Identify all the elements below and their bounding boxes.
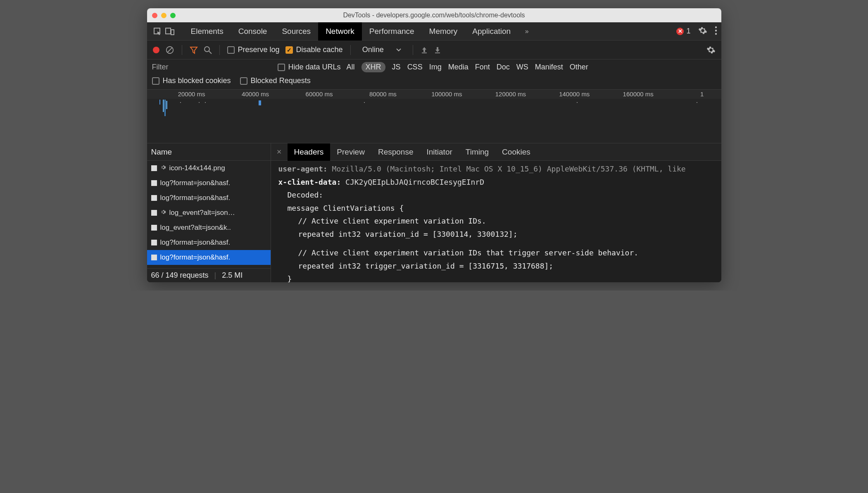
request-label: log?format=json&hasf. — [160, 194, 231, 202]
inspect-icon[interactable] — [151, 27, 164, 36]
network-toolbar: Preserve log Disable cache Online — [147, 40, 721, 60]
titlebar: DevTools - developers.google.com/web/too… — [147, 8, 721, 22]
download-icon[interactable] — [434, 46, 441, 54]
tab-memory[interactable]: Memory — [422, 22, 465, 40]
window-title: DevTools - developers.google.com/web/too… — [147, 12, 721, 19]
request-row[interactable]: log_event?alt=json… — [147, 205, 271, 220]
file-icon — [151, 225, 157, 231]
type-filter-ws[interactable]: WS — [516, 63, 528, 71]
tab-application[interactable]: Application — [465, 22, 518, 40]
timeline-tick: 100000 ms — [431, 91, 462, 98]
devtools-window: DevTools - developers.google.com/web/too… — [147, 8, 721, 282]
timeline-tick: 40000 ms — [242, 91, 269, 98]
svg-point-3 — [715, 26, 716, 28]
timeline-overview[interactable]: 20000 ms40000 ms60000 ms80000 ms100000 m… — [147, 90, 721, 143]
type-filter-doc[interactable]: Doc — [497, 63, 510, 71]
tab-performance[interactable]: Performance — [362, 22, 422, 40]
record-button[interactable] — [153, 47, 159, 53]
type-filter-js[interactable]: JS — [392, 63, 401, 71]
file-icon — [151, 240, 157, 245]
timeline-tick: 20000 ms — [178, 91, 205, 98]
request-row[interactable]: icon-144x144.png — [147, 161, 271, 176]
svg-rect-11 — [435, 52, 440, 53]
chevron-down-icon — [396, 48, 401, 52]
device-toggle-icon[interactable] — [164, 27, 176, 36]
search-icon[interactable] — [204, 46, 212, 54]
tabs-overflow-icon[interactable]: » — [521, 28, 533, 35]
transfer-size: 2.5 MI — [222, 271, 243, 280]
blocked-requests-checkbox[interactable]: Blocked Requests — [240, 76, 311, 85]
request-label: log_event?alt=json… — [169, 209, 235, 217]
svg-rect-2 — [171, 30, 174, 35]
request-row[interactable]: log?format=json&hasf. — [147, 176, 271, 191]
timeline-tick: 140000 ms — [559, 91, 590, 98]
type-filter-font[interactable]: Font — [475, 63, 490, 71]
close-window-icon[interactable] — [152, 13, 157, 18]
type-filter-img[interactable]: Img — [429, 63, 442, 71]
timeline-tick: 80000 ms — [369, 91, 397, 98]
request-label: icon-144x144.png — [169, 164, 225, 172]
headers-content: user-agent: Mozilla/5.0 (Macintosh; Inte… — [271, 161, 721, 282]
tab-elements[interactable]: Elements — [183, 22, 231, 40]
detail-tab-preview[interactable]: Preview — [330, 143, 371, 161]
close-detail-icon[interactable]: × — [271, 147, 288, 157]
request-label: log_event?alt=json&k.. — [160, 224, 231, 232]
detail-tab-response[interactable]: Response — [371, 143, 420, 161]
status-bar: 66 / 149 requests | 2.5 MI — [147, 268, 271, 282]
upload-icon[interactable] — [421, 46, 428, 54]
timeline-tick: 1 — [700, 91, 704, 98]
type-filter-all[interactable]: All — [347, 63, 355, 71]
network-settings-icon[interactable] — [706, 45, 716, 55]
request-label: log?format=json&hasf. — [160, 253, 231, 262]
disable-cache-checkbox[interactable]: Disable cache — [285, 45, 343, 54]
minimize-window-icon[interactable] — [161, 13, 166, 18]
has-blocked-cookies-checkbox[interactable]: Has blocked cookies — [152, 76, 231, 85]
tab-network[interactable]: Network — [318, 22, 362, 40]
preserve-log-checkbox[interactable]: Preserve log — [227, 45, 280, 54]
throttle-select[interactable]: Online — [358, 45, 405, 54]
timeline-tick: 160000 ms — [623, 91, 654, 98]
svg-point-5 — [715, 33, 716, 34]
gear-icon — [160, 164, 166, 172]
error-badge[interactable]: ✕ 1 — [676, 27, 690, 36]
error-icon: ✕ — [676, 28, 684, 35]
file-icon — [151, 210, 157, 216]
hide-data-urls-checkbox[interactable]: Hide data URLs — [278, 63, 341, 71]
file-icon — [151, 255, 157, 260]
timeline-tick: 120000 ms — [495, 91, 526, 98]
type-filter-manifest[interactable]: Manifest — [535, 63, 563, 71]
filter-bar: Filter Hide data URLs AllXHRJSCSSImgMedi… — [147, 60, 721, 90]
filter-toggle-icon[interactable] — [190, 46, 198, 54]
tab-sources[interactable]: Sources — [274, 22, 318, 40]
request-row[interactable]: log?format=json&hasf. — [147, 265, 271, 268]
detail-tab-cookies[interactable]: Cookies — [495, 143, 537, 161]
detail-tab-headers[interactable]: Headers — [288, 143, 331, 161]
request-list-panel: Name icon-144x144.pnglog?format=json&has… — [147, 143, 271, 282]
network-split: Name icon-144x144.pnglog?format=json&has… — [147, 143, 721, 282]
settings-icon[interactable] — [698, 26, 707, 37]
type-filter-xhr[interactable]: XHR — [361, 62, 385, 72]
clear-icon[interactable] — [165, 45, 174, 55]
request-row[interactable]: log?format=json&hasf. — [147, 250, 271, 265]
timeline-tick: 60000 ms — [306, 91, 333, 98]
type-filter-css[interactable]: CSS — [407, 63, 423, 71]
gear-icon — [160, 209, 166, 217]
request-row[interactable]: log?format=json&hasf. — [147, 191, 271, 205]
type-filter-media[interactable]: Media — [448, 63, 468, 71]
tab-console[interactable]: Console — [231, 22, 275, 40]
filter-input[interactable]: Filter — [152, 63, 272, 71]
kebab-menu-icon[interactable] — [715, 26, 717, 37]
request-row[interactable]: log?format=json&hasf. — [147, 235, 271, 250]
svg-rect-1 — [166, 28, 171, 34]
detail-panel: × HeadersPreviewResponseInitiatorTimingC… — [271, 143, 721, 282]
request-list-header[interactable]: Name — [147, 143, 271, 161]
request-row[interactable]: log_event?alt=json&k.. — [147, 220, 271, 235]
file-icon — [151, 180, 157, 186]
detail-tab-timing[interactable]: Timing — [459, 143, 495, 161]
detail-tab-initiator[interactable]: Initiator — [420, 143, 459, 161]
file-icon — [151, 165, 157, 171]
request-label: log?format=json&hasf. — [160, 179, 231, 187]
zoom-window-icon[interactable] — [170, 13, 176, 18]
file-icon — [151, 195, 157, 201]
type-filter-other[interactable]: Other — [570, 63, 588, 71]
